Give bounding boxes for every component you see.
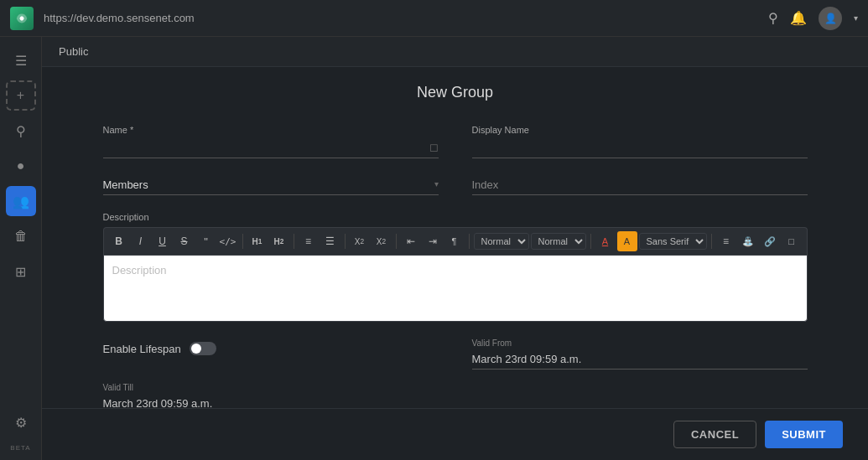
editor-toolbar: B I U S " </> H1 H2 ≡ ☰ X2 X2 ⇤ xyxy=(103,227,808,255)
sidebar-item-search[interactable]: ⚲ xyxy=(6,116,36,146)
format-select-1[interactable]: Normal xyxy=(474,233,529,250)
toolbar-divider-6 xyxy=(590,234,591,249)
main-content: Public New Group Name * ◻ Display Name xyxy=(42,37,868,460)
lifespan-row: Enable Lifespan Valid From March 23rd 09… xyxy=(103,339,808,370)
indent-less-button[interactable]: ⇤ xyxy=(401,231,421,251)
sidebar-item-menu[interactable]: ☰ xyxy=(6,45,36,75)
search-icon[interactable]: ⚲ xyxy=(768,10,778,26)
form-row-2: Members ▾ xyxy=(103,175,808,195)
toolbar-divider-2 xyxy=(294,234,294,249)
cancel-button[interactable]: CANCEL xyxy=(673,421,756,448)
source-button[interactable]: □ xyxy=(782,231,802,251)
users-icon: 👥 xyxy=(13,194,29,209)
topbar-actions: ⚲ 🔔 👤 ▾ xyxy=(768,7,858,30)
index-field xyxy=(472,175,808,195)
display-name-label: Display Name xyxy=(472,125,808,135)
footer-bar: CANCEL SUBMIT xyxy=(42,408,868,460)
display-name-col: Display Name xyxy=(472,125,808,158)
display-name-input[interactable] xyxy=(472,138,808,158)
code-button[interactable]: </> xyxy=(218,231,238,251)
url-bar[interactable]: https://dev.demo.sensenet.com xyxy=(44,12,758,24)
members-col: Members ▾ xyxy=(103,175,439,195)
trash-icon: 🗑 xyxy=(14,229,28,244)
toolbar-divider-3 xyxy=(345,234,346,249)
name-field: Name * ◻ xyxy=(103,125,439,158)
account-chevron-icon[interactable]: ▾ xyxy=(854,13,858,23)
sidebar-item-globe[interactable]: ● xyxy=(6,151,36,181)
form-title: New Group xyxy=(103,84,808,101)
avatar[interactable]: 👤 xyxy=(819,7,842,30)
toolbar-divider-1 xyxy=(242,234,243,249)
sidebar-item-settings[interactable]: ⚙ xyxy=(6,407,36,437)
name-label: Name * xyxy=(103,125,439,135)
toolbar-divider-4 xyxy=(396,234,397,249)
valid-from-field: Valid From March 23rd 09:59 a.m. xyxy=(472,339,808,370)
bg-color-button[interactable]: A xyxy=(617,231,637,251)
editor-body[interactable]: Description xyxy=(103,255,808,322)
sidebar-item-users[interactable]: 👥 xyxy=(6,186,36,216)
lifespan-toggle[interactable] xyxy=(190,342,216,355)
subheader: Public xyxy=(42,37,868,67)
sidebar-item-modules[interactable]: ⊞ xyxy=(6,256,36,287)
superscript-button[interactable]: X2 xyxy=(372,231,392,251)
submit-button[interactable]: SUBMIT xyxy=(765,421,843,448)
beta-label: BETA xyxy=(10,444,30,452)
sidebar-bottom: ⚙ BETA xyxy=(6,407,36,452)
indent-more-button[interactable]: ⇥ xyxy=(423,231,443,251)
toolbar-divider-5 xyxy=(469,234,470,249)
display-name-field: Display Name xyxy=(472,125,808,158)
settings-icon: ⚙ xyxy=(15,415,27,431)
italic-button[interactable]: I xyxy=(131,231,151,251)
h2-button[interactable]: H2 xyxy=(269,231,289,251)
add-icon: + xyxy=(17,88,24,103)
search-icon: ⚲ xyxy=(16,123,26,139)
globe-icon: ● xyxy=(17,158,25,173)
ul-button[interactable]: ≡ xyxy=(299,231,319,251)
valid-from-value[interactable]: March 23rd 09:59 a.m. xyxy=(472,349,808,370)
toggle-row: Enable Lifespan xyxy=(103,339,439,355)
name-input[interactable] xyxy=(103,138,439,158)
sidebar: ☰ + ⚲ ● 👥 🗑 ⊞ ⚙ BETA xyxy=(0,37,42,460)
paragraph-button[interactable]: ¶ xyxy=(444,231,465,251)
members-select[interactable]: Members xyxy=(103,175,439,195)
ol-button[interactable]: ☰ xyxy=(320,231,340,251)
topbar: https://dev.demo.sensenet.com ⚲ 🔔 👤 ▾ xyxy=(0,0,868,37)
modules-icon: ⊞ xyxy=(15,264,26,280)
logo xyxy=(10,7,34,30)
index-input[interactable] xyxy=(472,175,808,195)
name-col: Name * ◻ xyxy=(103,125,439,158)
valid-from-label: Valid From xyxy=(472,339,808,348)
enable-lifespan-label: Enable Lifespan xyxy=(103,343,181,355)
sidebar-item-add[interactable]: + xyxy=(6,80,36,111)
toolbar-divider-7 xyxy=(711,234,712,249)
font-color-button[interactable]: A xyxy=(595,231,616,251)
blockquote-button[interactable]: " xyxy=(196,231,216,251)
bell-icon[interactable]: 🔔 xyxy=(790,10,807,26)
format-select-2[interactable]: Normal xyxy=(531,233,586,250)
subscript-button[interactable]: X2 xyxy=(350,231,370,251)
index-col xyxy=(472,175,808,195)
sidebar-item-trash[interactable]: 🗑 xyxy=(6,221,36,251)
description-label: Description xyxy=(103,212,808,222)
layout: ☰ + ⚲ ● 👥 🗑 ⊞ ⚙ BETA Public xyxy=(0,37,868,460)
valid-till-label: Valid Till xyxy=(103,383,439,392)
form-row-1: Name * ◻ Display Name xyxy=(103,125,808,158)
description-section: Description B I U S " </> H1 H2 ≡ ☰ X2 xyxy=(103,212,808,322)
valid-from-col: Valid From March 23rd 09:59 a.m. xyxy=(472,339,808,370)
font-family-select[interactable]: Sans Serif xyxy=(639,233,707,250)
subheader-title: Public xyxy=(59,45,88,58)
h1-button[interactable]: H1 xyxy=(247,231,268,251)
members-field: Members ▾ xyxy=(103,175,439,195)
form-area: New Group Name * ◻ Display Name xyxy=(53,67,858,460)
toggle-knob xyxy=(191,344,201,354)
name-field-icon: ◻ xyxy=(429,141,439,153)
menu-icon: ☰ xyxy=(15,53,27,69)
image-button[interactable]: ⛲ xyxy=(738,231,758,251)
bold-button[interactable]: B xyxy=(109,231,129,251)
align-button[interactable]: ≡ xyxy=(716,231,736,251)
editor-placeholder: Description xyxy=(112,264,167,277)
link-button[interactable]: 🔗 xyxy=(760,231,780,251)
strikethrough-button[interactable]: S xyxy=(174,231,195,251)
enable-lifespan-col: Enable Lifespan xyxy=(103,339,439,355)
underline-button[interactable]: U xyxy=(153,231,173,251)
